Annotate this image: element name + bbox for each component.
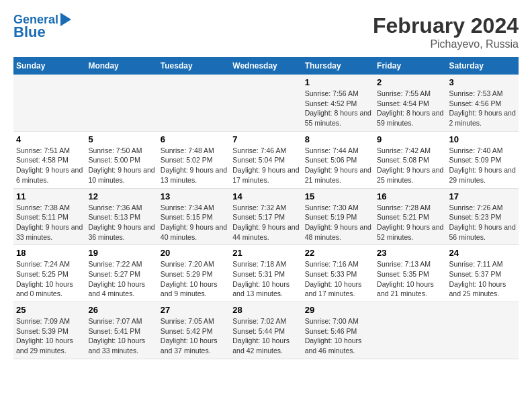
day-number: 6	[161, 134, 227, 144]
main-title: February 2024	[373, 13, 519, 38]
day-info: Sunrise: 7:32 AM Sunset: 5:17 PM Dayligh…	[232, 203, 299, 242]
day-info: Sunrise: 7:05 AM Sunset: 5:42 PM Dayligh…	[161, 316, 227, 356]
calendar-cell: 6Sunrise: 7:48 AM Sunset: 5:02 PM Daylig…	[158, 131, 230, 188]
day-number: 16	[377, 191, 443, 201]
calendar-cell: 8Sunrise: 7:44 AM Sunset: 5:06 PM Daylig…	[302, 131, 374, 188]
day-info: Sunrise: 7:28 AM Sunset: 5:21 PM Dayligh…	[377, 203, 443, 242]
calendar-cell: 3Sunrise: 7:53 AM Sunset: 4:56 PM Daylig…	[447, 75, 519, 131]
calendar-cell	[374, 302, 446, 359]
weekday-header-tuesday: Tuesday	[158, 57, 230, 75]
calendar-cell: 23Sunrise: 7:13 AM Sunset: 5:35 PM Dayli…	[374, 245, 446, 302]
day-number: 20	[161, 248, 227, 258]
calendar-cell: 29Sunrise: 7:00 AM Sunset: 5:46 PM Dayli…	[302, 302, 374, 359]
day-number: 21	[232, 248, 299, 258]
weekday-header-friday: Friday	[374, 57, 446, 75]
day-info: Sunrise: 7:11 AM Sunset: 5:37 PM Dayligh…	[449, 259, 516, 299]
day-info: Sunrise: 7:09 AM Sunset: 5:39 PM Dayligh…	[16, 316, 83, 356]
calendar-week-row: 4Sunrise: 7:51 AM Sunset: 4:58 PM Daylig…	[13, 131, 519, 188]
day-info: Sunrise: 7:24 AM Sunset: 5:25 PM Dayligh…	[16, 259, 83, 299]
title-block: February 2024 Pichayevo, Russia	[373, 13, 519, 50]
day-info: Sunrise: 7:46 AM Sunset: 5:04 PM Dayligh…	[232, 146, 299, 185]
day-info: Sunrise: 7:51 AM Sunset: 4:58 PM Dayligh…	[16, 146, 83, 185]
calendar-cell: 26Sunrise: 7:07 AM Sunset: 5:41 PM Dayli…	[85, 302, 157, 359]
calendar-week-row: 1Sunrise: 7:56 AM Sunset: 4:52 PM Daylig…	[13, 75, 519, 131]
weekday-header-sunday: Sunday	[13, 57, 85, 75]
weekday-header-monday: Monday	[85, 57, 157, 75]
day-info: Sunrise: 7:00 AM Sunset: 5:46 PM Dayligh…	[305, 316, 371, 356]
day-number: 14	[232, 191, 299, 201]
day-number: 29	[305, 305, 371, 315]
day-info: Sunrise: 7:34 AM Sunset: 5:15 PM Dayligh…	[161, 203, 227, 242]
day-info: Sunrise: 7:53 AM Sunset: 4:56 PM Dayligh…	[449, 89, 516, 128]
day-info: Sunrise: 7:36 AM Sunset: 5:13 PM Dayligh…	[88, 203, 154, 242]
day-info: Sunrise: 7:50 AM Sunset: 5:00 PM Dayligh…	[88, 146, 154, 185]
calendar-cell: 13Sunrise: 7:34 AM Sunset: 5:15 PM Dayli…	[158, 188, 230, 245]
calendar-cell: 11Sunrise: 7:38 AM Sunset: 5:11 PM Dayli…	[13, 188, 85, 245]
calendar-cell: 4Sunrise: 7:51 AM Sunset: 4:58 PM Daylig…	[13, 131, 85, 188]
calendar-cell: 18Sunrise: 7:24 AM Sunset: 5:25 PM Dayli…	[13, 245, 85, 302]
calendar-cell: 12Sunrise: 7:36 AM Sunset: 5:13 PM Dayli…	[85, 188, 157, 245]
calendar-cell	[85, 75, 157, 131]
day-info: Sunrise: 7:40 AM Sunset: 5:09 PM Dayligh…	[449, 146, 516, 185]
day-number: 26	[88, 305, 154, 315]
day-number: 1	[305, 77, 371, 87]
day-number: 8	[305, 134, 371, 144]
day-info: Sunrise: 7:02 AM Sunset: 5:44 PM Dayligh…	[232, 316, 299, 356]
day-info: Sunrise: 7:20 AM Sunset: 5:29 PM Dayligh…	[161, 259, 227, 299]
day-info: Sunrise: 7:42 AM Sunset: 5:08 PM Dayligh…	[377, 146, 443, 185]
calendar-cell: 27Sunrise: 7:05 AM Sunset: 5:42 PM Dayli…	[158, 302, 230, 359]
calendar-cell: 28Sunrise: 7:02 AM Sunset: 5:44 PM Dayli…	[230, 302, 302, 359]
day-info: Sunrise: 7:55 AM Sunset: 4:54 PM Dayligh…	[377, 89, 443, 128]
calendar-cell	[447, 302, 519, 359]
page-header: General Blue February 2024 Pichayevo, Ru…	[13, 13, 519, 50]
weekday-header-thursday: Thursday	[302, 57, 374, 75]
calendar-cell: 1Sunrise: 7:56 AM Sunset: 4:52 PM Daylig…	[302, 75, 374, 131]
calendar-cell	[158, 75, 230, 131]
calendar-cell	[13, 75, 85, 131]
calendar-cell: 14Sunrise: 7:32 AM Sunset: 5:17 PM Dayli…	[230, 188, 302, 245]
day-number: 17	[449, 191, 516, 201]
day-number: 11	[16, 191, 83, 201]
day-number: 7	[232, 134, 299, 144]
day-number: 9	[377, 134, 443, 144]
day-info: Sunrise: 7:56 AM Sunset: 4:52 PM Dayligh…	[305, 89, 371, 128]
weekday-header-saturday: Saturday	[447, 57, 519, 75]
calendar-cell: 24Sunrise: 7:11 AM Sunset: 5:37 PM Dayli…	[447, 245, 519, 302]
calendar-cell: 2Sunrise: 7:55 AM Sunset: 4:54 PM Daylig…	[374, 75, 446, 131]
calendar-cell	[230, 75, 302, 131]
calendar-cell: 7Sunrise: 7:46 AM Sunset: 5:04 PM Daylig…	[230, 131, 302, 188]
day-number: 12	[88, 191, 154, 201]
day-info: Sunrise: 7:13 AM Sunset: 5:35 PM Dayligh…	[377, 259, 443, 299]
calendar-cell: 9Sunrise: 7:42 AM Sunset: 5:08 PM Daylig…	[374, 131, 446, 188]
day-number: 2	[377, 77, 443, 87]
calendar-cell: 17Sunrise: 7:26 AM Sunset: 5:23 PM Dayli…	[447, 188, 519, 245]
day-info: Sunrise: 7:26 AM Sunset: 5:23 PM Dayligh…	[449, 203, 516, 242]
logo: General Blue	[13, 13, 71, 40]
day-number: 15	[305, 191, 371, 201]
day-number: 22	[305, 248, 371, 258]
calendar-week-row: 11Sunrise: 7:38 AM Sunset: 5:11 PM Dayli…	[13, 188, 519, 245]
day-info: Sunrise: 7:18 AM Sunset: 5:31 PM Dayligh…	[232, 259, 299, 299]
day-info: Sunrise: 7:07 AM Sunset: 5:41 PM Dayligh…	[88, 316, 154, 356]
calendar-cell: 21Sunrise: 7:18 AM Sunset: 5:31 PM Dayli…	[230, 245, 302, 302]
day-number: 19	[88, 248, 154, 258]
day-number: 25	[16, 305, 83, 315]
day-number: 18	[16, 248, 83, 258]
day-number: 24	[449, 248, 516, 258]
calendar-cell: 22Sunrise: 7:16 AM Sunset: 5:33 PM Dayli…	[302, 245, 374, 302]
day-info: Sunrise: 7:16 AM Sunset: 5:33 PM Dayligh…	[305, 259, 371, 299]
day-info: Sunrise: 7:22 AM Sunset: 5:27 PM Dayligh…	[88, 259, 154, 299]
day-number: 28	[232, 305, 299, 315]
day-number: 4	[16, 134, 83, 144]
day-number: 5	[88, 134, 154, 144]
day-info: Sunrise: 7:38 AM Sunset: 5:11 PM Dayligh…	[16, 203, 83, 242]
calendar-cell: 16Sunrise: 7:28 AM Sunset: 5:21 PM Dayli…	[374, 188, 446, 245]
calendar-cell: 19Sunrise: 7:22 AM Sunset: 5:27 PM Dayli…	[85, 245, 157, 302]
day-number: 27	[161, 305, 227, 315]
day-number: 13	[161, 191, 227, 201]
subtitle: Pichayevo, Russia	[373, 38, 519, 50]
calendar-cell: 10Sunrise: 7:40 AM Sunset: 5:09 PM Dayli…	[447, 131, 519, 188]
calendar-cell: 15Sunrise: 7:30 AM Sunset: 5:19 PM Dayli…	[302, 188, 374, 245]
day-number: 10	[449, 134, 516, 144]
calendar-week-row: 25Sunrise: 7:09 AM Sunset: 5:39 PM Dayli…	[13, 302, 519, 359]
